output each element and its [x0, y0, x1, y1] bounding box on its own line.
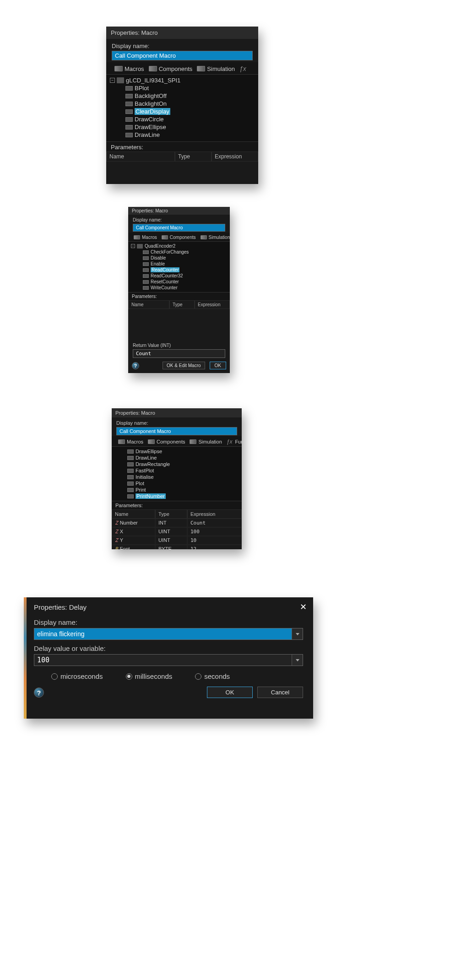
param-type: UINT: [155, 527, 187, 536]
tree-item[interactable]: BPlot: [110, 84, 255, 92]
display-name-input[interactable]: Call Component Macro: [112, 51, 253, 60]
ok-edit-macro-button[interactable]: OK & Edit Macro: [163, 362, 205, 369]
tabs-row: Macros Components Simulation ƒx Function…: [112, 436, 242, 447]
macro-tree[interactable]: − QuadEncoder2 CheckForChangesDisableEna…: [128, 242, 230, 292]
tree-item[interactable]: Initialise: [114, 474, 239, 480]
tree-item[interactable]: Enable: [131, 261, 227, 267]
dropdown-button[interactable]: [292, 655, 303, 666]
folder-icon: [117, 77, 124, 83]
macros-icon: [118, 439, 125, 444]
tab-simulation[interactable]: Simulation: [198, 439, 222, 444]
tree-root[interactable]: − QuadEncoder2: [131, 243, 227, 249]
tab-macros[interactable]: Macros: [142, 235, 157, 240]
tab-macros[interactable]: Macros: [127, 439, 143, 444]
header-expression: Expression: [195, 300, 230, 309]
display-name-value: Call Component Macro: [117, 428, 237, 435]
tree-item[interactable]: BacklightOn: [110, 100, 255, 108]
file-icon: [125, 102, 133, 106]
macro-tree[interactable]: DrawEllipseDrawLineDrawRectangleFastPlot…: [112, 447, 242, 501]
tree-item[interactable]: FastPlot: [114, 467, 239, 474]
tab-simulation[interactable]: Simulation: [207, 65, 235, 72]
display-name-input[interactable]: Call Component Macro: [133, 224, 225, 232]
tab-components[interactable]: Components: [157, 439, 185, 444]
tree-item[interactable]: Disable: [131, 255, 227, 261]
radio-milliseconds[interactable]: milliseconds: [126, 672, 173, 680]
cancel-button[interactable]: Cancel: [257, 687, 303, 698]
display-name-input[interactable]: Call Component Macro: [116, 427, 237, 435]
parameters-label: Parameters:: [128, 292, 230, 300]
parameters-grid: Name Type Expression: [128, 300, 230, 309]
tabs-row: Macros Components Simulation ƒx: [106, 62, 258, 75]
panel-title: Properties: Macro: [106, 27, 258, 39]
parameters-label: Parameters:: [106, 141, 258, 152]
tab-simulation[interactable]: Simulation: [209, 235, 230, 240]
param-type: INT: [155, 519, 187, 527]
panel-title: Properties: Macro: [128, 207, 230, 215]
parameters-grid[interactable]: Name Type Expression ZNumberINTCountZXUI…: [112, 509, 242, 549]
tree-item[interactable]: DrawLine: [110, 131, 255, 139]
header-name: Name: [106, 152, 175, 162]
macros-icon: [134, 235, 140, 239]
components-icon: [148, 439, 155, 444]
param-name[interactable]: ZX: [112, 527, 155, 536]
tree-item[interactable]: CheckForChanges: [131, 249, 227, 255]
help-icon[interactable]: ?: [34, 688, 44, 698]
radio-seconds[interactable]: seconds: [195, 672, 230, 680]
expander-icon[interactable]: −: [131, 244, 135, 248]
components-icon: [149, 66, 157, 71]
tree-root[interactable]: − gLCD_ILI9341_SPI1: [110, 76, 255, 84]
tab-macros[interactable]: Macros: [125, 65, 144, 72]
param-expression[interactable]: 10: [187, 536, 242, 545]
delay-value-input[interactable]: 100: [34, 654, 303, 666]
tab-functions[interactable]: Functions: [235, 439, 242, 444]
param-name[interactable]: ZY: [112, 536, 155, 545]
param-expression[interactable]: Count: [187, 519, 242, 527]
tree-item[interactable]: ClearDisplay: [110, 108, 255, 115]
ok-button[interactable]: OK: [210, 362, 226, 369]
return-value-input[interactable]: Count: [133, 349, 225, 358]
simulation-icon: [197, 66, 205, 71]
file-icon: [127, 456, 134, 460]
tree-item[interactable]: ReadCounter32: [131, 273, 227, 279]
tree-item[interactable]: DrawEllipse: [110, 123, 255, 131]
tree-item[interactable]: Print: [114, 487, 239, 493]
radio-microseconds[interactable]: microseconds: [51, 672, 103, 680]
param-expression[interactable]: 100: [187, 527, 242, 536]
param-name[interactable]: ZNumber: [112, 519, 155, 527]
return-value-label: Return Value (INT): [133, 343, 225, 348]
param-expression[interactable]: 12: [187, 545, 242, 549]
tree-item-label: ReadCounter: [151, 267, 179, 272]
fx-icon: ƒx: [239, 65, 246, 72]
tree-item[interactable]: DrawCircle: [110, 115, 255, 123]
tree-item-label: BacklightOn: [135, 100, 167, 107]
param-name[interactable]: BFont: [112, 545, 155, 549]
close-icon[interactable]: ✕: [300, 602, 307, 612]
tree-item[interactable]: ResetCounter: [131, 279, 227, 285]
file-icon: [125, 86, 133, 91]
tree-item-label: DrawLine: [135, 131, 160, 138]
tree-item-label: ReadCounter32: [151, 273, 183, 278]
tree-item[interactable]: BacklightOff: [110, 92, 255, 100]
tree-item[interactable]: PrintNumber: [114, 493, 239, 499]
tab-components[interactable]: Components: [170, 235, 196, 240]
tree-item[interactable]: DrawRectangle: [114, 461, 239, 467]
tree-item[interactable]: WriteCounter: [131, 285, 227, 291]
header-expression: Expression: [212, 152, 258, 162]
tree-item[interactable]: ReadCounter: [131, 267, 227, 273]
file-icon: [127, 488, 134, 492]
tab-components[interactable]: Components: [159, 65, 193, 72]
expander-icon[interactable]: −: [110, 78, 115, 83]
tree-item[interactable]: DrawLine: [114, 455, 239, 461]
tree-root-label: gLCD_ILI9341_SPI1: [126, 77, 180, 84]
tree-item-label: BPlot: [135, 85, 149, 92]
tree-item-label: DrawRectangle: [136, 461, 170, 467]
macro-tree[interactable]: − gLCD_ILI9341_SPI1 BPlotBacklightOffBac…: [106, 75, 258, 141]
tree-item[interactable]: Plot: [114, 480, 239, 487]
ok-button[interactable]: OK: [207, 687, 253, 698]
tree-item[interactable]: DrawEllipse: [114, 448, 239, 455]
tree-item-label: DrawCircle: [135, 116, 164, 123]
dropdown-button[interactable]: [292, 628, 303, 639]
display-name-input[interactable]: elimina flickering: [34, 628, 303, 640]
help-icon[interactable]: ?: [132, 362, 139, 369]
tree-item-label: CheckForChanges: [151, 249, 189, 254]
